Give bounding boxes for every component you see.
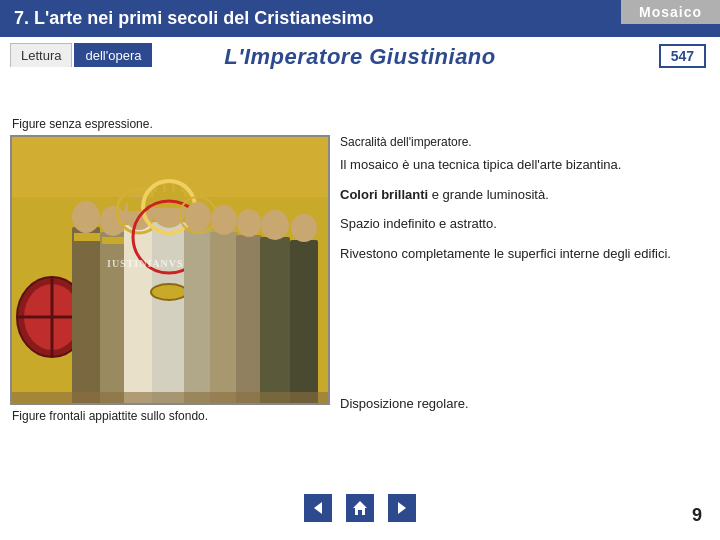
svg-rect-12 — [124, 225, 154, 403]
mosaic-image: IUSTINIANVS — [10, 135, 330, 405]
svg-text:IUSTINIANVS: IUSTINIANVS — [107, 258, 184, 269]
home-icon — [352, 500, 368, 516]
nav-home-button[interactable] — [346, 494, 374, 522]
svg-rect-28 — [210, 232, 238, 403]
svg-marker-38 — [314, 502, 322, 514]
svg-point-35 — [291, 214, 317, 242]
mosaico-badge: Mosaico — [621, 0, 720, 24]
nav-prev-button[interactable] — [304, 494, 332, 522]
svg-rect-37 — [12, 392, 328, 403]
image-area: Figure senza espressione. — [10, 117, 330, 423]
svg-rect-8 — [74, 233, 100, 241]
svg-point-31 — [237, 209, 261, 237]
header-title: 7. L'arte nei primi secoli del Cristiane… — [14, 8, 373, 29]
text-block-2: Colori brillanti e grande luminosità. — [340, 185, 710, 205]
svg-point-33 — [261, 210, 289, 240]
svg-rect-16 — [152, 222, 186, 403]
svg-rect-30 — [236, 235, 262, 403]
work-title: L'Imperatore Giustiniano — [224, 44, 496, 70]
tab-dellOpera[interactable]: dell'opera — [74, 43, 152, 67]
caption-top-left: Figure senza espressione. — [10, 117, 330, 131]
svg-rect-25 — [184, 229, 212, 403]
svg-rect-19 — [157, 185, 163, 195]
nav-next-button[interactable] — [388, 494, 416, 522]
navigation-bar — [304, 494, 416, 522]
svg-marker-39 — [353, 501, 367, 515]
svg-rect-6 — [72, 227, 100, 403]
tab-lettura[interactable]: Lettura — [10, 43, 72, 67]
svg-point-23 — [151, 284, 187, 300]
svg-rect-34 — [290, 240, 318, 403]
svg-point-10 — [100, 206, 126, 236]
text-block-3: Spazio indefinito e astratto. — [340, 214, 710, 234]
text-block-4: Rivestono completamente le superfici int… — [340, 244, 710, 264]
caption-bottom-right: Disposizione regolare. — [340, 394, 710, 414]
svg-rect-11 — [102, 237, 124, 244]
caption-top-right: Sacralità dell'imperatore. — [340, 135, 710, 149]
page-number: 547 — [659, 44, 706, 68]
caption-bottom-left: Figure frontali appiattite sullo sfondo. — [10, 409, 330, 423]
nav-prev-icon — [310, 500, 326, 516]
svg-rect-32 — [260, 237, 290, 403]
main-content: Figure senza espressione. — [0, 109, 720, 427]
nav-next-icon — [394, 500, 410, 516]
text-block-1: Il mosaico è una tecnica tipica dell'art… — [340, 155, 710, 175]
svg-rect-21 — [175, 185, 181, 195]
text-panel: Sacralità dell'imperatore. Il mosaico è … — [340, 117, 710, 423]
mosaic-svg: IUSTINIANVS — [12, 137, 328, 403]
svg-point-7 — [72, 201, 100, 233]
svg-point-26 — [185, 202, 211, 232]
page-num-bottom: 9 — [692, 505, 702, 526]
svg-marker-40 — [398, 502, 406, 514]
page-header: 7. L'arte nei primi secoli del Cristiane… — [0, 0, 720, 37]
svg-point-29 — [211, 205, 237, 235]
svg-rect-20 — [166, 182, 172, 195]
